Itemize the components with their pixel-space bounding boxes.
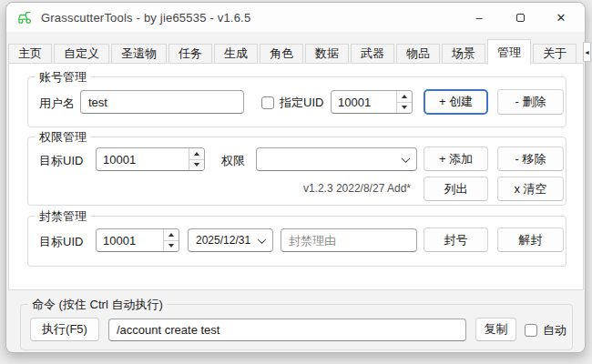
spinner-down-icon	[194, 163, 199, 167]
auto-label: 自动	[543, 322, 566, 339]
command-group: 命令 (按住 Ctrl 自动执行) 执行(F5) 复制 自动	[20, 304, 573, 350]
management-tab-page: 账号管理 用户名 指定UID + 创建 - 删除 权限管理 目标UID	[8, 63, 584, 290]
ban-date-value: 2025/12/31	[196, 234, 259, 247]
tab-avatar[interactable]: 角色	[260, 44, 303, 64]
permission-select[interactable]	[256, 147, 417, 171]
specify-uid-checkbox-row: 指定UID	[261, 95, 323, 111]
username-input[interactable]	[80, 90, 244, 114]
spinner-up-button[interactable]	[189, 148, 204, 159]
permission-group-label: 权限管理	[36, 129, 90, 146]
tab-custom[interactable]: 自定义	[54, 44, 109, 64]
close-icon: ✕	[556, 11, 566, 25]
account-uid-spinner	[331, 90, 413, 114]
arrow-left-icon: ◄	[584, 49, 590, 56]
spinner-buttons	[189, 148, 204, 170]
tab-scroll-left-button[interactable]: ◄	[583, 42, 591, 62]
tab-scene[interactable]: 场景	[442, 44, 485, 64]
spinner-buttons	[396, 91, 412, 113]
chevron-down-icon	[258, 235, 267, 244]
tab-strip: 主页 自定义 圣遗物 任务 生成 角色 数据 武器 物品 场景 管理 关于 ◄ …	[8, 39, 583, 64]
ban-reason-input[interactable]	[281, 228, 417, 252]
spinner-down-button[interactable]	[164, 240, 179, 252]
ban-group: 封禁管理 目标UID 2025/12/31 封号 解封	[27, 216, 566, 267]
title-bar: GrasscutterTools - by jie65535 - v1.6.5 …	[6, 3, 585, 32]
spinner-up-icon	[402, 95, 407, 98]
command-group-label: 命令 (按住 Ctrl 自动执行)	[28, 297, 167, 313]
account-group: 账号管理 用户名 指定UID + 创建 - 删除	[27, 76, 566, 127]
app-logo-icon	[15, 8, 34, 26]
chevron-down-icon	[402, 154, 411, 163]
copy-command-button[interactable]: 复制	[475, 318, 516, 341]
ban-group-label: 封禁管理	[36, 208, 90, 225]
tab-about[interactable]: 关于	[533, 44, 577, 64]
tab-management[interactable]: 管理	[487, 39, 531, 65]
spinner-up-icon	[168, 233, 174, 237]
tab-weapon[interactable]: 武器	[351, 44, 394, 64]
permission-uid-spinner	[96, 147, 205, 171]
run-command-button[interactable]: 执行(F5)	[30, 318, 99, 341]
account-uid-input[interactable]	[332, 91, 396, 113]
spinner-buttons	[163, 229, 179, 251]
maximize-icon	[516, 14, 525, 22]
close-button[interactable]: ✕	[547, 3, 575, 32]
specify-uid-label: 指定UID	[280, 95, 323, 111]
app-window: GrasscutterTools - by jie65535 - v1.6.5 …	[5, 2, 586, 353]
remove-permission-button[interactable]: - 移除	[497, 147, 564, 171]
delete-account-button[interactable]: - 删除	[497, 89, 564, 115]
ban-target-uid-label: 目标UID	[39, 234, 83, 250]
ban-uid-input[interactable]	[97, 229, 163, 251]
minimize-button[interactable]: –	[465, 3, 493, 32]
command-input[interactable]	[108, 318, 466, 341]
spinner-up-icon	[194, 152, 199, 156]
spinner-up-button[interactable]	[164, 229, 179, 240]
unban-button[interactable]: 解封	[497, 228, 564, 252]
spinner-up-button[interactable]	[397, 91, 412, 102]
clear-permission-button[interactable]: x 清空	[497, 177, 564, 201]
specify-uid-checkbox[interactable]	[261, 96, 274, 109]
spinner-down-icon	[402, 106, 407, 109]
tab-data[interactable]: 数据	[305, 44, 349, 64]
tab-home[interactable]: 主页	[8, 44, 52, 64]
auto-checkbox-row: 自动	[525, 322, 566, 339]
tab-quest[interactable]: 任务	[168, 44, 212, 64]
list-permission-button[interactable]: 列出	[424, 177, 488, 201]
ban-uid-spinner	[96, 228, 179, 252]
ban-date-select[interactable]: 2025/12/31	[188, 228, 273, 252]
tab-spawn[interactable]: 生成	[214, 44, 258, 64]
permission-uid-input[interactable]	[97, 148, 189, 170]
add-permission-button[interactable]: + 添加	[424, 147, 488, 171]
create-account-button[interactable]: + 创建	[424, 89, 488, 115]
username-label: 用户名	[39, 96, 75, 112]
minimize-icon: –	[475, 11, 482, 25]
permission-target-uid-label: 目标UID	[39, 153, 83, 169]
window-controls: – ✕	[465, 3, 575, 32]
spinner-down-button[interactable]	[189, 159, 204, 171]
ban-button[interactable]: 封号	[424, 228, 488, 252]
version-note: v1.2.3 2022/8/27 Add*	[303, 182, 411, 195]
auto-checkbox[interactable]	[525, 324, 537, 337]
maximize-button[interactable]	[506, 3, 534, 32]
spinner-down-icon	[168, 244, 174, 248]
account-group-label: 账号管理	[36, 69, 90, 86]
tab-artifact[interactable]: 圣遗物	[111, 44, 167, 64]
permission-label: 权限	[221, 153, 245, 169]
tab-item[interactable]: 物品	[396, 44, 440, 64]
window-title: GrasscutterTools - by jie65535 - v1.6.5	[41, 11, 250, 25]
spinner-down-button[interactable]	[397, 102, 412, 114]
permission-group: 权限管理 目标UID 权限 + 添加 - 移除 v1.2.3 2022/8/27…	[27, 136, 566, 206]
